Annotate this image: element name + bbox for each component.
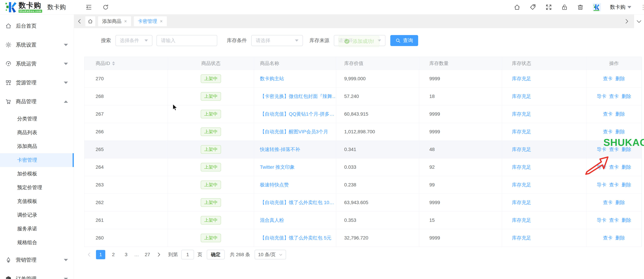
- row-action-link[interactable]: 删除: [616, 75, 625, 82]
- sidebar-subitem-添加商品[interactable]: 添加商品: [0, 139, 74, 153]
- product-name-link[interactable]: 数卡购主站: [260, 75, 284, 82]
- search-keyword-input[interactable]: 请输入: [156, 35, 217, 46]
- stock-source-select[interactable]: 请选择: [334, 35, 386, 46]
- row-action-link[interactable]: 删除: [616, 111, 625, 117]
- user-avatar[interactable]: [593, 3, 601, 11]
- stock-status-link[interactable]: 库存充足: [512, 182, 531, 188]
- close-icon[interactable]: ×: [160, 19, 163, 24]
- sidebar-item-后台首页[interactable]: 后台首页: [0, 16, 74, 35]
- sidebar-item-系统设置[interactable]: 系统设置: [0, 35, 74, 54]
- sidebar-subitem-分类管理[interactable]: 分类管理: [0, 112, 74, 126]
- row-action-link[interactable]: 查卡: [609, 182, 619, 188]
- status-badge: 上架中: [201, 198, 221, 207]
- row-action-link[interactable]: 查卡: [609, 93, 619, 100]
- flame-icon: [5, 257, 12, 263]
- stock-status-link[interactable]: 库存充足: [512, 217, 531, 224]
- stock-status-link[interactable]: 库存充足: [512, 235, 531, 241]
- sidebar-item-label: 商品管理: [16, 98, 36, 105]
- kebab-menu-icon[interactable]: ⋮: [640, 3, 643, 11]
- pager-page-3[interactable]: 3: [122, 250, 131, 259]
- user-menu[interactable]: 数卡购: [610, 3, 631, 11]
- stock-status-link[interactable]: 库存充足: [512, 93, 531, 100]
- product-name-link[interactable]: 【自动充值】饿了么外卖红包 10…: [260, 199, 334, 206]
- pager-page-27[interactable]: 27: [143, 250, 152, 259]
- stock-status-link[interactable]: 库存充足: [512, 128, 531, 135]
- tabs-dropdown-button[interactable]: [634, 14, 644, 28]
- chevron-down-icon: [144, 39, 148, 41]
- row-action-link[interactable]: 查卡: [609, 217, 619, 224]
- collapse-sidebar-icon[interactable]: [85, 4, 92, 11]
- pager-page-2[interactable]: 2: [109, 250, 118, 259]
- sidebar-item-系统运营[interactable]: 系统运营: [0, 54, 74, 73]
- stock-condition-select[interactable]: 请选择: [251, 35, 303, 46]
- fullscreen-icon[interactable]: [545, 4, 552, 11]
- row-action-link[interactable]: 删除: [616, 235, 625, 241]
- column-header-库存状态: 库存状态: [502, 57, 586, 70]
- sidebar-subitem-充值模板[interactable]: 充值模板: [0, 195, 74, 208]
- sidebar-subitem-商品列表[interactable]: 商品列表: [0, 126, 74, 139]
- stock-status-link[interactable]: 库存充足: [512, 111, 531, 117]
- sidebar-subitem-label: 分类管理: [17, 115, 37, 122]
- row-action-link[interactable]: 查卡: [603, 199, 613, 206]
- tab-卡密管理[interactable]: 卡密管理×: [134, 16, 167, 26]
- row-action-link[interactable]: 查卡: [603, 128, 613, 135]
- tab-home[interactable]: [85, 16, 95, 26]
- sidebar-item-商品管理[interactable]: 商品管理: [0, 92, 74, 111]
- trash-icon[interactable]: [577, 4, 584, 11]
- sidebar-item-订单管理[interactable]: 订单管理: [0, 269, 74, 279]
- product-name-link[interactable]: 快速转推-掉落不补: [260, 146, 300, 153]
- column-header-商品ID[interactable]: 商品ID: [84, 57, 168, 70]
- sidebar-subitem-调价记录[interactable]: 调价记录: [0, 208, 74, 222]
- pager-next-icon[interactable]: [156, 252, 161, 257]
- stock-status-link[interactable]: 库存充足: [512, 164, 531, 170]
- tag-icon[interactable]: [530, 4, 536, 11]
- search-condition-select[interactable]: 选择条件: [116, 35, 152, 46]
- product-name-link[interactable]: 【自动充值】QQ黄钻1个月-拼多…: [260, 111, 334, 117]
- row-action-link[interactable]: 删除: [616, 199, 625, 206]
- sidebar-item-货源管理[interactable]: 货源管理: [0, 73, 74, 92]
- pager-page-1[interactable]: 1: [96, 250, 105, 259]
- product-name-link[interactable]: 【自动充值】饿了么外卖红包 5元: [260, 235, 331, 241]
- stock-status-link[interactable]: 库存充足: [512, 199, 531, 206]
- row-action-link[interactable]: 删除: [622, 217, 631, 224]
- sort-icon[interactable]: [112, 61, 115, 65]
- sidebar-subitem-预定价管理[interactable]: 预定价管理: [0, 181, 74, 195]
- sidebar-item-营销管理[interactable]: 营销管理: [0, 251, 74, 269]
- pager-ellipsis[interactable]: …: [134, 252, 139, 257]
- gauge-icon: [5, 60, 12, 67]
- product-name-link[interactable]: Twitter 推文印象: [260, 164, 295, 170]
- stock-status-link[interactable]: 库存充足: [512, 146, 531, 153]
- stock-value: 0.238: [344, 182, 356, 188]
- pager-jump-input[interactable]: 1: [181, 250, 194, 260]
- unlock-icon[interactable]: [561, 4, 568, 11]
- row-action-link[interactable]: 导卡: [597, 93, 606, 100]
- tabs-scroll-right-icon[interactable]: [624, 18, 630, 24]
- product-name-link[interactable]: 【自动充值】醒图VIP会员3个月: [260, 128, 328, 135]
- sidebar-subitem-服务承诺[interactable]: 服务承诺: [0, 222, 74, 236]
- query-button[interactable]: 查询: [390, 35, 418, 46]
- sidebar-subitem-卡密管理[interactable]: 卡密管理: [0, 153, 74, 167]
- row-action-link[interactable]: 删除: [622, 182, 631, 188]
- sidebar-subitem-规格组合[interactable]: 规格组合: [0, 236, 74, 250]
- row-action-link[interactable]: 删除: [622, 93, 631, 100]
- row-action-link[interactable]: 查卡: [603, 75, 613, 82]
- home-icon[interactable]: [514, 4, 520, 11]
- close-icon[interactable]: ×: [124, 19, 127, 24]
- pager-prev-icon[interactable]: [87, 252, 92, 257]
- tabs-scroll-left-icon[interactable]: [77, 18, 82, 24]
- row-action-link[interactable]: 删除: [616, 128, 625, 135]
- row-action-link[interactable]: 查卡: [603, 235, 613, 241]
- product-name-link[interactable]: 【卡密兑换】微信红包封面『辣舞…: [260, 93, 336, 100]
- refresh-icon[interactable]: [102, 4, 109, 11]
- row-action-link[interactable]: 查卡: [603, 111, 613, 117]
- sidebar-subitem-加价模板[interactable]: 加价模板: [0, 167, 74, 181]
- stock-status-link[interactable]: 库存充足: [512, 75, 531, 82]
- pager-confirm-button[interactable]: 确定: [207, 250, 225, 260]
- page-size-select[interactable]: 10 条/页: [254, 250, 286, 260]
- row-action-link[interactable]: 导卡: [597, 182, 606, 188]
- tab-添加商品[interactable]: 添加商品×: [98, 16, 131, 26]
- product-name-link[interactable]: 混合真人粉: [260, 217, 284, 224]
- product-name-link[interactable]: 极速特快点赞: [260, 182, 289, 188]
- row-action-link[interactable]: 删除: [622, 164, 631, 170]
- row-action-link[interactable]: 导卡: [597, 217, 606, 224]
